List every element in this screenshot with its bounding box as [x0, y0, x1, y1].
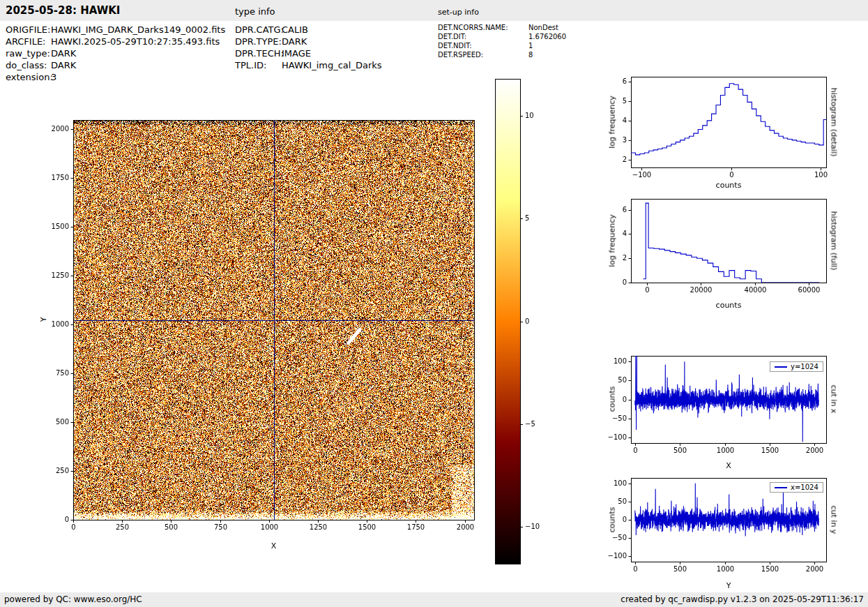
cut-y-xlabel: Y	[631, 581, 826, 590]
histogram-full-plot	[593, 195, 837, 315]
metadata-left-column: ORIGFILE:HAWKI_IMG_DARK_Darks149_0002.fi…	[6, 24, 225, 83]
metadata-value: IMAGE	[282, 48, 311, 59]
metadata-value: 3	[51, 72, 56, 82]
hist-full-right-label: histogram (full)	[830, 211, 839, 271]
hist-detail-ylabel: log frequency	[608, 96, 617, 148]
metadata-key: DET.NDIT:	[438, 41, 528, 50]
metadata-value: DARK	[51, 60, 76, 70]
metadata-row: do_class:DARK	[6, 59, 225, 71]
metadata-row: DPR.TYPE:DARK	[235, 36, 382, 47]
metadata-key: DPR.TECH:	[235, 47, 282, 59]
cut-x-ylabel: counts	[608, 387, 617, 412]
metadata-key: raw_type:	[6, 47, 51, 59]
metadata-row: DET.DIT:1.6762060	[438, 32, 566, 41]
legend-line-swatch	[775, 487, 787, 488]
metadata-key: ORIGFILE:	[6, 24, 51, 36]
hist-detail-right-label: histogram (detail)	[830, 88, 839, 157]
metadata-row: raw_type:DARK	[6, 47, 225, 59]
footer-bar: powered by QC: www.eso.org/HC created by…	[0, 592, 868, 607]
cut-y-right-label: cut in y	[830, 506, 839, 534]
type-info-heading: type info	[235, 6, 275, 17]
legend-label: x=1024	[791, 484, 818, 491]
metadata-value: HAWKI_IMG_DARK_Darks149_0002.fits	[51, 24, 225, 35]
metadata-row: DET.NCORRS.NAME:NonDest	[438, 23, 566, 32]
metadata-row: ORIGFILE:HAWKI_IMG_DARK_Darks149_0002.fi…	[6, 24, 225, 36]
metadata-value: DARK	[51, 48, 76, 59]
metadata-value: 8	[528, 51, 533, 59]
metadata-value: DARK	[282, 36, 307, 47]
metadata-key: TPL.ID:	[235, 59, 282, 71]
hist-full-ylabel: log frequency	[608, 214, 617, 267]
metadata-value: CALIB	[282, 24, 308, 35]
metadata-key: DPR.CATG:	[235, 24, 282, 36]
metadata-key: DET.RSPEED:	[438, 50, 528, 59]
metadata-row: DPR.CATG:CALIB	[235, 24, 382, 36]
cut-y-ylabel: counts	[608, 507, 617, 533]
metadata-row: TPL.ID:HAWKI_img_cal_Darks	[235, 59, 382, 71]
metadata-key: do_class:	[6, 59, 51, 71]
metadata-row: ARCFILE:HAWKI.2025-05-29T10:27:35.493.fi…	[6, 36, 225, 47]
dark-frame-image	[49, 112, 488, 551]
cut-x-right-label: cut in x	[830, 385, 839, 414]
legend-label: y=1024	[791, 363, 818, 370]
metadata-key: ARCFILE:	[6, 36, 51, 47]
metadata-value: 1.6762060	[528, 33, 566, 40]
header-bar: 2025-05-28: HAWKI type info set-up info	[0, 0, 868, 21]
footer-right-text: created by qc_rawdisp.py v1.2.3 on 2025-…	[620, 594, 864, 604]
metadata-key: DET.DIT:	[438, 32, 528, 41]
main-ylabel: Y	[39, 317, 48, 322]
main-xlabel: X	[73, 541, 474, 550]
metadata-value: 1	[528, 42, 533, 50]
page-title: 2025-05-28: HAWKI	[6, 4, 120, 17]
cut-y-legend: x=1024	[770, 482, 823, 493]
cut-x-xlabel: X	[631, 461, 826, 470]
metadata-row: DPR.TECH:IMAGE	[235, 47, 382, 59]
hist-full-xlabel: counts	[631, 301, 826, 310]
metadata-key: extension:	[6, 71, 51, 83]
metadata-row: DET.RSPEED:8	[438, 50, 566, 59]
hist-detail-xlabel: counts	[631, 181, 826, 190]
setup-info-heading: set-up info	[438, 8, 479, 17]
legend-line-swatch	[775, 366, 787, 368]
colorbar	[488, 73, 551, 572]
metadata-type-column: DPR.CATG:CALIB DPR.TYPE:DARK DPR.TECH:IM…	[235, 24, 382, 71]
footer-left-text: powered by QC: www.eso.org/HC	[4, 594, 142, 604]
metadata-row: extension:3	[6, 71, 225, 83]
metadata-value: NonDest	[528, 24, 558, 31]
metadata-value: HAWKI.2025-05-29T10:27:35.493.fits	[51, 36, 220, 47]
metadata-key: DPR.TYPE:	[235, 36, 282, 47]
metadata-key: DET.NCORRS.NAME:	[438, 23, 528, 32]
cut-x-legend: y=1024	[770, 361, 823, 372]
metadata-value: HAWKI_img_cal_Darks	[282, 60, 382, 70]
histogram-detail-plot	[593, 70, 837, 190]
metadata-setup-column: DET.NCORRS.NAME:NonDest DET.DIT:1.676206…	[438, 23, 566, 59]
metadata-row: DET.NDIT:1	[438, 41, 566, 50]
